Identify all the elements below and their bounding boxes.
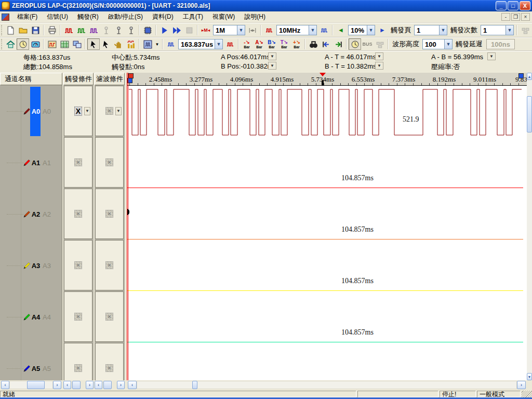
sampling-setup-icon[interactable] [62, 24, 75, 36]
listing-window-button[interactable] [58, 38, 71, 50]
a-bar-button[interactable]: A↘Bar [253, 38, 265, 50]
sample-depth-combo[interactable]: 1M▼ [213, 25, 245, 35]
pen-icon[interactable] [23, 262, 31, 270]
filter-cell-a2[interactable]: ✕ [95, 189, 124, 239]
waveform-row-a3[interactable]: 104.857ms [127, 241, 527, 292]
trigger-pos-right-icon[interactable]: ► [376, 24, 389, 36]
waveform-row-a5[interactable]: 104.857ms [127, 343, 527, 380]
dont-care-icon[interactable]: ✕ [105, 210, 113, 218]
trigger-scrollbar[interactable]: ‹ › [63, 381, 94, 390]
waveform-row-a0[interactable]: 521.9 [127, 86, 527, 138]
trigger-pin-icon[interactable] [125, 24, 137, 36]
mdi-minimize-button[interactable]: - [501, 13, 510, 21]
scroll-left-icon[interactable]: ‹ [63, 381, 71, 389]
a-pos-dropdown[interactable]: ▼ [268, 52, 276, 60]
minimize-button[interactable]: _ [496, 1, 507, 10]
maximize-button[interactable]: □ [508, 1, 518, 10]
pen-icon[interactable] [23, 159, 31, 167]
scroll-thumb[interactable] [103, 381, 112, 389]
mdi-close-button[interactable]: × [521, 13, 530, 21]
filter-cell-a1[interactable]: ✕ [95, 137, 124, 188]
a-bar-flag[interactable] [518, 73, 524, 78]
trigger-pos-left-icon[interactable]: ◄ [335, 24, 347, 36]
channel-scrollbar[interactable]: ‹ › [1, 381, 61, 390]
display-ratio-combo[interactable]: 10%▼ [348, 25, 375, 35]
filter-cell-a3[interactable]: ✕ [95, 240, 124, 290]
trigger-count-combo[interactable]: 1▼ [481, 25, 514, 35]
chevron-down-icon[interactable]: ▼ [367, 25, 375, 35]
document-icon[interactable] [2, 14, 9, 21]
bus-setup-button[interactable] [141, 24, 154, 36]
a-b-dropdown[interactable]: ▼ [487, 52, 496, 60]
b-pos-dropdown[interactable]: ▼ [268, 62, 276, 70]
chevron-down-icon[interactable]: ▼ [115, 107, 122, 115]
home-button[interactable] [4, 38, 17, 50]
toolbar-grip[interactable] [1, 39, 3, 49]
bus-edit-icon[interactable] [87, 24, 100, 36]
mdi-restore-button[interactable]: ❐ [511, 13, 520, 21]
chevron-down-icon[interactable]: ▼ [237, 25, 245, 35]
chevron-down-icon[interactable]: ▼ [84, 107, 90, 115]
repeat-run-button[interactable] [170, 24, 183, 36]
pulse-width-clock-button[interactable] [349, 38, 361, 50]
dont-care-icon[interactable]: ✕ [105, 261, 113, 269]
channel-row-a2[interactable]: A2A2 [0, 189, 62, 240]
menu-f[interactable]: 檔案(F) [12, 11, 42, 23]
dont-care-icon[interactable]: ✕ [105, 313, 113, 321]
t-bar-button[interactable]: T↘Bar [278, 38, 290, 50]
menu-w[interactable]: 視窗(W) [208, 11, 240, 23]
pattern-display-button[interactable] [141, 38, 154, 50]
b-bar-button[interactable]: B↘Bar [265, 38, 278, 50]
dont-care-icon[interactable]: ✕ [74, 158, 82, 166]
time-ruler[interactable]: 2.458ms3.277ms4.096ms4.915ms5.734ms6.553… [127, 73, 527, 86]
toolbar-grip[interactable] [1, 25, 3, 35]
chevron-down-icon[interactable]: ▼ [215, 39, 222, 49]
memory-depth-icon[interactable]: ▸M◂ [200, 24, 212, 36]
dont-care-icon[interactable]: ✕ [74, 364, 82, 372]
dont-care-icon[interactable]: ✕ [74, 313, 82, 321]
scroll-right-icon[interactable]: › [86, 381, 94, 389]
filter-cell-a4[interactable]: ✕ [95, 291, 124, 342]
close-button[interactable]: X [520, 1, 530, 10]
pen-icon[interactable] [23, 210, 31, 218]
pattern-dropdown[interactable]: ▼ [154, 38, 161, 50]
channel-row-a0[interactable]: A0A0 [0, 86, 62, 137]
menu-d[interactable]: 資料(D) [148, 11, 178, 23]
vscroll-thumb[interactable] [527, 96, 532, 132]
pen-icon[interactable] [23, 313, 31, 321]
scroll-thumb[interactable] [192, 381, 197, 389]
trigger-cell-a1[interactable]: ✕ [64, 137, 92, 188]
statistics-button[interactable] [125, 38, 137, 50]
zoom-out-wave-icon[interactable] [224, 38, 236, 50]
minus-bar-button[interactable]: -↘Bar [241, 38, 253, 50]
scroll-down-icon[interactable]: ▼ [527, 373, 532, 380]
zoom-in-wave-icon[interactable] [165, 38, 177, 50]
print-button[interactable] [46, 24, 58, 36]
filter-scrollbar[interactable]: ‹ › [95, 381, 125, 390]
trigger-cell-a2[interactable]: ✕ [64, 189, 92, 239]
clock-mode-button[interactable] [17, 38, 29, 50]
trigger-cell-a5[interactable]: ✕ [64, 343, 92, 380]
dont-care-icon[interactable]: ✕ [105, 364, 113, 372]
scroll-right-icon[interactable]: › [53, 381, 61, 389]
sample-rate-red-icon[interactable] [263, 24, 275, 36]
sample-rate-combo[interactable]: 10MHz▼ [276, 25, 317, 35]
waveform-view[interactable]: 2.458ms3.277ms4.096ms4.915ms5.734ms6.553… [127, 73, 527, 380]
hand-tool-button[interactable] [112, 38, 125, 50]
trigger-cell-a4[interactable]: ✕ [64, 291, 92, 342]
find-button[interactable] [307, 38, 320, 50]
trigger-cell-a0[interactable]: X▼ [64, 86, 92, 136]
channel-row-a1[interactable]: A1A1 [0, 137, 62, 189]
chevron-down-icon[interactable]: ▼ [439, 25, 447, 35]
frequency-mode-button[interactable] [29, 38, 42, 50]
open-file-button[interactable] [17, 24, 29, 36]
b-t-dropdown[interactable]: ▼ [375, 62, 383, 70]
menu-u[interactable]: 信號(U) [42, 11, 73, 23]
scroll-left-icon[interactable]: ‹ [1, 381, 9, 389]
scroll-up-icon[interactable]: ▲ [527, 73, 532, 80]
menu-r[interactable]: 觸發(R) [73, 11, 103, 23]
pen-icon[interactable] [23, 365, 31, 373]
scroll-thumb[interactable] [72, 381, 81, 389]
scroll-left-icon[interactable]: ‹ [128, 381, 137, 389]
scroll-left-icon[interactable]: ‹ [95, 381, 102, 389]
